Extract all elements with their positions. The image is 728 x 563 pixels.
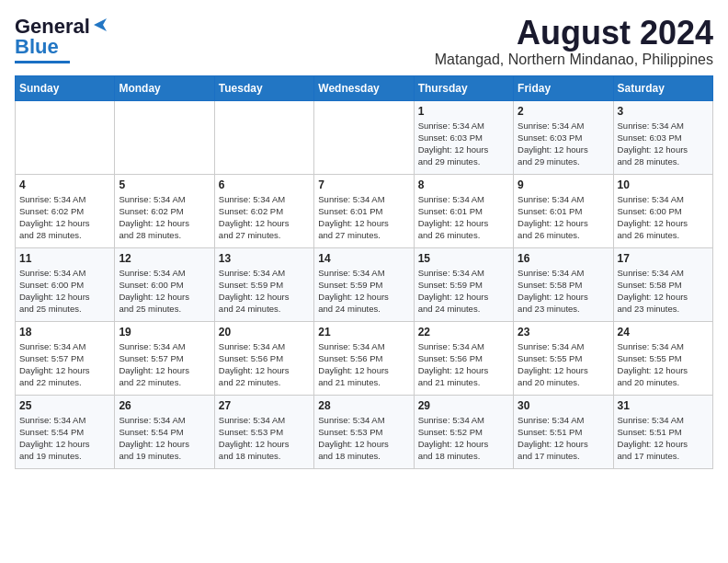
day-number: 2 [518, 105, 609, 118]
calendar-cell [214, 100, 313, 174]
logo: General Blue [15, 15, 108, 63]
day-number: 18 [19, 326, 110, 339]
day-info: Sunrise: 5:34 AM Sunset: 5:56 PM Dayligh… [219, 340, 310, 389]
calendar-cell: 6Sunrise: 5:34 AM Sunset: 6:02 PM Daylig… [214, 174, 313, 247]
svg-marker-0 [94, 18, 107, 31]
calendar-cell: 16Sunrise: 5:34 AM Sunset: 5:58 PM Dayli… [514, 247, 613, 321]
calendar-week-2: 4Sunrise: 5:34 AM Sunset: 6:02 PM Daylig… [16, 174, 713, 247]
calendar-table: SundayMondayTuesdayWednesdayThursdayFrid… [15, 75, 713, 469]
day-number: 21 [318, 326, 409, 339]
day-info: Sunrise: 5:34 AM Sunset: 5:54 PM Dayligh… [19, 414, 110, 463]
day-number: 14 [318, 252, 409, 265]
calendar-cell: 20Sunrise: 5:34 AM Sunset: 5:56 PM Dayli… [214, 321, 313, 395]
logo-bird-icon [92, 17, 108, 33]
day-info: Sunrise: 5:34 AM Sunset: 5:52 PM Dayligh… [418, 414, 509, 463]
day-info: Sunrise: 5:34 AM Sunset: 6:02 PM Dayligh… [219, 193, 310, 242]
logo-underline [15, 61, 70, 63]
day-number: 28 [318, 399, 409, 412]
calendar-cell [16, 100, 115, 174]
day-info: Sunrise: 5:34 AM Sunset: 5:53 PM Dayligh… [318, 414, 409, 463]
calendar-cell: 8Sunrise: 5:34 AM Sunset: 6:01 PM Daylig… [414, 174, 513, 247]
calendar-cell: 9Sunrise: 5:34 AM Sunset: 6:01 PM Daylig… [514, 174, 613, 247]
day-info: Sunrise: 5:34 AM Sunset: 6:03 PM Dayligh… [518, 120, 609, 168]
calendar-cell: 23Sunrise: 5:34 AM Sunset: 5:55 PM Dayli… [514, 321, 613, 395]
calendar-cell: 31Sunrise: 5:34 AM Sunset: 5:51 PM Dayli… [613, 395, 712, 468]
calendar-cell: 4Sunrise: 5:34 AM Sunset: 6:02 PM Daylig… [16, 174, 115, 247]
day-number: 1 [418, 105, 509, 118]
day-number: 26 [119, 399, 210, 412]
header-day-tuesday: Tuesday [214, 75, 313, 100]
day-number: 20 [219, 326, 310, 339]
month-year-title: August 2024 [435, 15, 713, 52]
day-info: Sunrise: 5:34 AM Sunset: 5:51 PM Dayligh… [618, 414, 709, 463]
day-number: 19 [119, 326, 210, 339]
day-info: Sunrise: 5:34 AM Sunset: 5:55 PM Dayligh… [518, 340, 609, 389]
calendar-cell: 14Sunrise: 5:34 AM Sunset: 5:59 PM Dayli… [314, 247, 414, 321]
calendar-cell: 12Sunrise: 5:34 AM Sunset: 6:00 PM Dayli… [115, 247, 214, 321]
calendar-cell: 7Sunrise: 5:34 AM Sunset: 6:01 PM Daylig… [314, 174, 414, 247]
day-number: 25 [19, 399, 110, 412]
header-day-friday: Friday [514, 75, 613, 100]
day-number: 4 [19, 178, 110, 191]
calendar-cell: 27Sunrise: 5:34 AM Sunset: 5:53 PM Dayli… [214, 395, 313, 468]
calendar-cell: 24Sunrise: 5:34 AM Sunset: 5:55 PM Dayli… [613, 321, 712, 395]
calendar-cell: 2Sunrise: 5:34 AM Sunset: 6:03 PM Daylig… [514, 100, 613, 174]
header-day-monday: Monday [115, 75, 214, 100]
day-number: 6 [219, 178, 310, 191]
calendar-cell: 28Sunrise: 5:34 AM Sunset: 5:53 PM Dayli… [314, 395, 414, 468]
day-info: Sunrise: 5:34 AM Sunset: 5:59 PM Dayligh… [418, 267, 509, 316]
day-info: Sunrise: 5:34 AM Sunset: 5:59 PM Dayligh… [219, 267, 310, 316]
calendar-cell: 17Sunrise: 5:34 AM Sunset: 5:58 PM Dayli… [613, 247, 712, 321]
title-block: August 2024 Matangad, Northern Mindanao,… [435, 15, 713, 68]
calendar-week-3: 11Sunrise: 5:34 AM Sunset: 6:00 PM Dayli… [16, 247, 713, 321]
day-number: 15 [418, 252, 509, 265]
calendar-cell: 10Sunrise: 5:34 AM Sunset: 6:00 PM Dayli… [613, 174, 712, 247]
day-info: Sunrise: 5:34 AM Sunset: 5:57 PM Dayligh… [119, 340, 210, 389]
day-number: 27 [219, 399, 310, 412]
day-number: 7 [318, 178, 409, 191]
day-info: Sunrise: 5:34 AM Sunset: 5:58 PM Dayligh… [518, 267, 609, 316]
header-row: SundayMondayTuesdayWednesdayThursdayFrid… [16, 75, 713, 100]
day-number: 9 [518, 178, 609, 191]
day-info: Sunrise: 5:34 AM Sunset: 5:55 PM Dayligh… [618, 340, 709, 389]
day-info: Sunrise: 5:34 AM Sunset: 6:00 PM Dayligh… [119, 267, 210, 316]
calendar-week-5: 25Sunrise: 5:34 AM Sunset: 5:54 PM Dayli… [16, 395, 713, 468]
day-number: 10 [618, 178, 709, 191]
calendar-cell [115, 100, 214, 174]
calendar-cell: 29Sunrise: 5:34 AM Sunset: 5:52 PM Dayli… [414, 395, 513, 468]
day-number: 29 [418, 399, 509, 412]
header-day-saturday: Saturday [613, 75, 712, 100]
day-number: 16 [518, 252, 609, 265]
calendar-cell: 18Sunrise: 5:34 AM Sunset: 5:57 PM Dayli… [16, 321, 115, 395]
day-info: Sunrise: 5:34 AM Sunset: 5:57 PM Dayligh… [19, 340, 110, 389]
calendar-cell: 19Sunrise: 5:34 AM Sunset: 5:57 PM Dayli… [115, 321, 214, 395]
header-day-wednesday: Wednesday [314, 75, 414, 100]
calendar-cell: 22Sunrise: 5:34 AM Sunset: 5:56 PM Dayli… [414, 321, 513, 395]
day-number: 23 [518, 326, 609, 339]
calendar-cell: 5Sunrise: 5:34 AM Sunset: 6:02 PM Daylig… [115, 174, 214, 247]
day-info: Sunrise: 5:34 AM Sunset: 6:01 PM Dayligh… [418, 193, 509, 242]
day-number: 3 [618, 105, 709, 118]
day-info: Sunrise: 5:34 AM Sunset: 6:00 PM Dayligh… [618, 193, 709, 242]
day-number: 5 [119, 178, 210, 191]
day-info: Sunrise: 5:34 AM Sunset: 6:03 PM Dayligh… [418, 120, 509, 168]
calendar-cell: 21Sunrise: 5:34 AM Sunset: 5:56 PM Dayli… [314, 321, 414, 395]
calendar-week-4: 18Sunrise: 5:34 AM Sunset: 5:57 PM Dayli… [16, 321, 713, 395]
day-info: Sunrise: 5:34 AM Sunset: 5:56 PM Dayligh… [418, 340, 509, 389]
day-info: Sunrise: 5:34 AM Sunset: 5:53 PM Dayligh… [219, 414, 310, 463]
day-number: 13 [219, 252, 310, 265]
day-number: 17 [618, 252, 709, 265]
day-info: Sunrise: 5:34 AM Sunset: 6:03 PM Dayligh… [618, 120, 709, 168]
calendar-cell: 26Sunrise: 5:34 AM Sunset: 5:54 PM Dayli… [115, 395, 214, 468]
day-info: Sunrise: 5:34 AM Sunset: 5:54 PM Dayligh… [119, 414, 210, 463]
day-number: 24 [618, 326, 709, 339]
day-info: Sunrise: 5:34 AM Sunset: 6:02 PM Dayligh… [119, 193, 210, 242]
calendar-body: 1Sunrise: 5:34 AM Sunset: 6:03 PM Daylig… [16, 100, 713, 468]
calendar-week-1: 1Sunrise: 5:34 AM Sunset: 6:03 PM Daylig… [16, 100, 713, 174]
calendar-cell [314, 100, 414, 174]
day-number: 31 [618, 399, 709, 412]
day-info: Sunrise: 5:34 AM Sunset: 5:58 PM Dayligh… [618, 267, 709, 316]
day-info: Sunrise: 5:34 AM Sunset: 5:59 PM Dayligh… [318, 267, 409, 316]
day-info: Sunrise: 5:34 AM Sunset: 6:00 PM Dayligh… [19, 267, 110, 316]
calendar-cell: 11Sunrise: 5:34 AM Sunset: 6:00 PM Dayli… [16, 247, 115, 321]
